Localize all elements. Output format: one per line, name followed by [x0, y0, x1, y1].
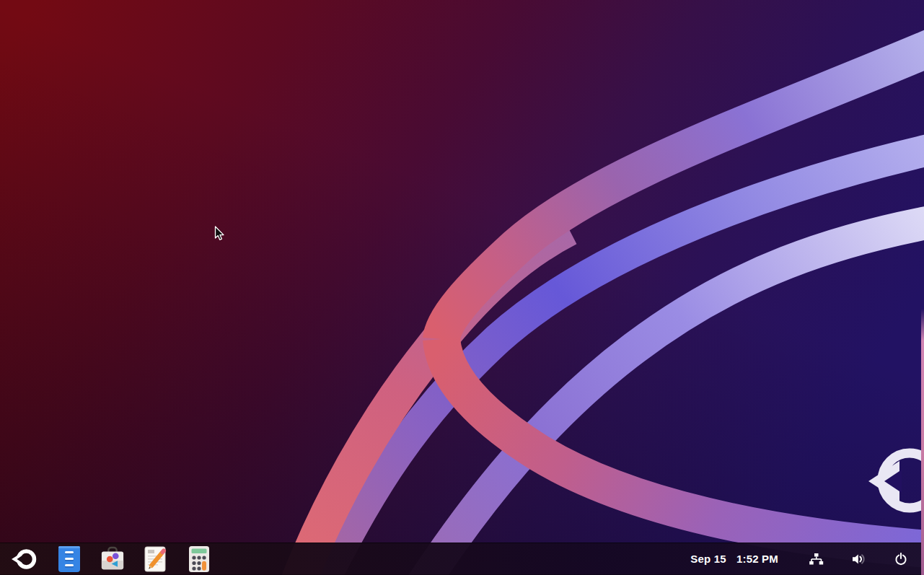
paper-pencil-icon: [144, 545, 168, 573]
taskbar-app-calculator[interactable]: [187, 545, 211, 574]
network-tray-button[interactable]: [807, 545, 824, 574]
distro-ring-logo-icon: [9, 545, 38, 574]
calculator-icon: [188, 545, 211, 573]
volume-tray-button[interactable]: [850, 545, 867, 574]
app-launcher-button[interactable]: [9, 545, 38, 574]
taskbar-app-text-editor[interactable]: [144, 545, 168, 574]
file-cabinet-icon: [58, 545, 81, 573]
clock-time: 1:52 PM: [736, 553, 778, 565]
taskbar-app-software[interactable]: [100, 545, 125, 574]
desktop-wallpaper: [0, 0, 924, 575]
shopping-bag-icon: [100, 545, 125, 573]
mouse-cursor-arrow: [214, 226, 226, 242]
clock-date: Sep 15: [690, 553, 726, 565]
taskbar-app-files[interactable]: [57, 545, 82, 574]
wallpaper-edge-ribbon: [921, 309, 924, 575]
power-tray-button[interactable]: [892, 545, 910, 574]
taskbar: Sep 15 1:52 PM: [0, 543, 924, 575]
taskbar-left-group: [0, 545, 211, 574]
system-tray: [807, 545, 910, 574]
taskbar-right-group: Sep 15 1:52 PM: [690, 545, 924, 574]
wired-network-icon: [809, 552, 824, 566]
desktop: Sep 15 1:52 PM: [0, 0, 924, 575]
power-symbol-icon: [893, 551, 909, 567]
speaker-medium-icon: [850, 551, 866, 567]
taskbar-clock[interactable]: Sep 15 1:52 PM: [690, 553, 778, 565]
